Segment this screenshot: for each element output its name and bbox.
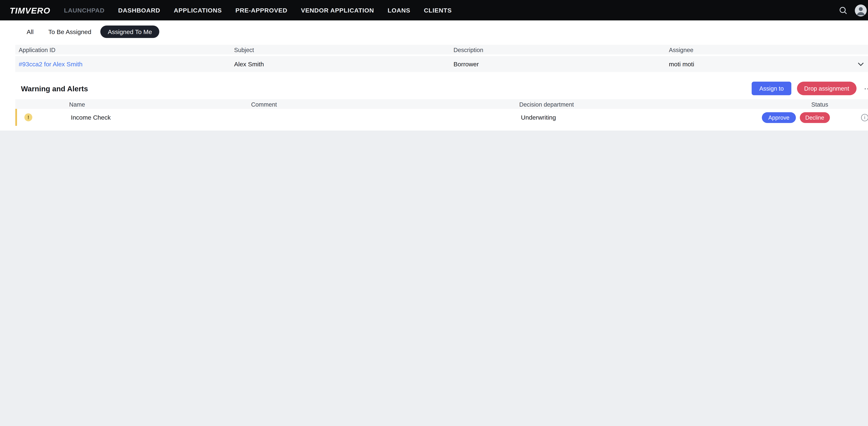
tab-to-be-assigned[interactable]: To Be Assigned [43,26,97,38]
nav-item-launchpad[interactable]: LAUNCHPAD [64,7,104,13]
alert-row: ! Income Check Underwriting Approve Decl… [15,109,868,126]
application-id-link[interactable]: #93cca2 for Alex Smith [15,61,234,67]
application-subject: Alex Smith [234,61,454,67]
col-header-assignee: Assignee [669,46,858,53]
warning-alerts-header: Warning and Alerts Assign to Drop assign… [15,81,868,96]
warning-icon: ! [24,113,32,121]
col-header-name: Name [69,101,251,108]
col-header-application-id: Application ID [15,46,234,53]
nav-item-dashboard[interactable]: DASHBOARD [118,7,160,13]
drop-assignment-button[interactable]: Drop assignment [797,82,857,95]
warning-alerts-section: Warning and Alerts Assign to Drop assign… [0,81,868,126]
nav-right [839,4,868,16]
col-header-description: Description [454,46,669,53]
decline-button[interactable]: Decline [800,112,830,123]
tab-assigned-to-me[interactable]: Assigned To Me [100,26,159,38]
assign-to-button[interactable]: Assign to [752,82,791,95]
nav-item-clients[interactable]: CLIENTS [424,7,452,13]
warning-alerts-actions: Assign to Drop assignment ⋯ [752,82,868,95]
alert-info-icon[interactable]: i [861,114,868,121]
alert-name: Income Check [71,114,253,121]
alert-decision-department: Underwriting [521,114,760,121]
col-header-subject: Subject [234,46,454,53]
filter-tabs: All To Be Assigned Assigned To Me [0,21,868,41]
top-nav: TIMVERO LAUNCHPAD DASHBOARD APPLICATIONS… [0,0,868,21]
application-assignee: moti moti [669,61,858,67]
approve-button[interactable]: Approve [762,112,796,123]
brand-logo: TIMVERO [10,5,51,15]
expand-chevron-down-icon[interactable] [858,62,868,66]
col-header-comment: Comment [251,101,519,108]
warning-alerts-title: Warning and Alerts [15,84,88,93]
tab-all[interactable]: All [21,26,39,38]
nav-item-applications[interactable]: APPLICATIONS [174,7,222,13]
application-description: Borrower [454,61,669,67]
application-row[interactable]: #93cca2 for Alex Smith Alex Smith Borrow… [15,56,868,72]
nav-item-pre-approved[interactable]: PRE-APPROVED [236,7,287,13]
applications-table: Application ID Subject Description Assig… [15,45,868,72]
app-root: TIMVERO LAUNCHPAD DASHBOARD APPLICATIONS… [0,0,868,130]
more-actions-ellipsis-icon[interactable]: ⋯ [862,84,868,93]
main-nav: LAUNCHPAD DASHBOARD APPLICATIONS PRE-APP… [64,7,452,13]
nav-item-loans[interactable]: LOANS [388,7,410,13]
col-header-status: Status [758,101,828,108]
search-icon[interactable] [839,6,847,14]
alerts-table-header: Name Comment Decision department Status [15,99,868,109]
user-avatar[interactable] [855,4,867,16]
applications-table-header: Application ID Subject Description Assig… [15,45,868,55]
col-header-decision-department: Decision department [519,101,758,108]
nav-item-vendor-application[interactable]: VENDOR APPLICATION [301,7,374,13]
